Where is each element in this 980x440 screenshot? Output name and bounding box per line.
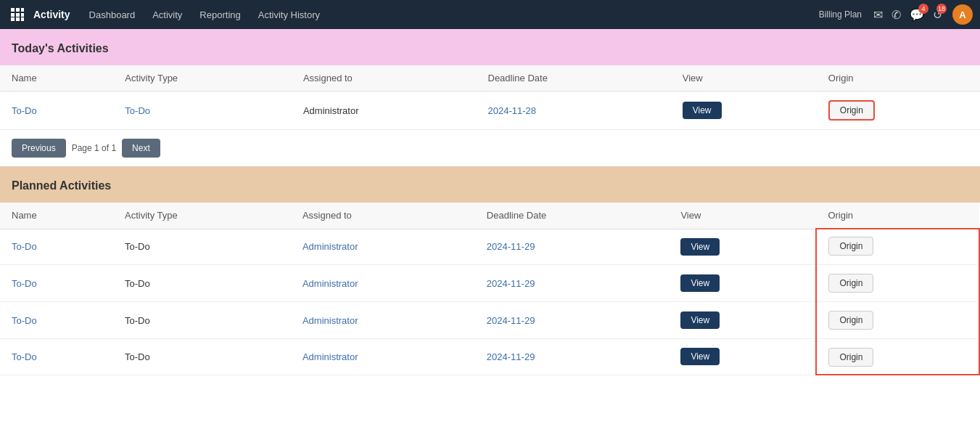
today-deadline-cell: 2024-11-28 (477, 91, 671, 130)
col-view-today: View (671, 65, 817, 91)
whatsapp-icon[interactable]: ✆ (892, 8, 901, 22)
planned-origin-cell: Origin (816, 339, 979, 375)
planned-section-header: Planned Activities (0, 166, 980, 203)
today-activity-type-cell: To-Do (113, 91, 292, 130)
today-name-cell: To-Do (0, 91, 113, 130)
origin-button-planned-0[interactable]: Origin (828, 237, 873, 256)
refresh-badge: 18 (936, 4, 947, 14)
avatar[interactable]: A (952, 4, 973, 25)
col-deadline-planned: Deadline Date (475, 203, 670, 229)
planned-name-cell: To-Do (0, 229, 113, 265)
previous-button[interactable]: Previous (12, 139, 66, 158)
svg-rect-8 (21, 17, 24, 21)
today-origin-cell: Origin (817, 91, 980, 130)
planned-assigned-cell: Administrator (291, 302, 475, 339)
view-button-planned-2[interactable]: View (680, 311, 720, 329)
col-origin-planned: Origin (816, 203, 979, 229)
planned-activity-type-cell: To-Do (113, 265, 291, 302)
planned-table-row: To-Do To-Do Administrator 2024-11-29 Vie… (0, 339, 979, 375)
planned-name-cell: To-Do (0, 265, 113, 302)
col-activity-type-planned: Activity Type (113, 203, 291, 229)
svg-rect-4 (16, 13, 20, 17)
email-icon[interactable]: ✉ (873, 8, 883, 22)
planned-deadline-cell: 2024-11-29 (475, 339, 670, 375)
origin-button-planned-1[interactable]: Origin (828, 274, 873, 293)
planned-table-row: To-Do To-Do Administrator 2024-11-29 Vie… (0, 265, 979, 302)
planned-table-row: To-Do To-Do Administrator 2024-11-29 Vie… (0, 302, 979, 339)
view-button-planned-0[interactable]: View (680, 238, 720, 256)
planned-activity-type-cell: To-Do (113, 302, 291, 339)
col-assigned-planned: Assigned to (291, 203, 475, 229)
planned-activity-type-cell: To-Do (113, 229, 291, 265)
planned-view-cell: View (669, 265, 816, 302)
next-button[interactable]: Next (122, 139, 160, 158)
planned-deadline-cell: 2024-11-29 (475, 265, 670, 302)
today-table-header-row: Name Activity Type Assigned to Deadline … (0, 65, 980, 91)
planned-assigned-cell: Administrator (291, 229, 475, 265)
nav-activity-history[interactable]: Activity History (251, 7, 327, 23)
col-assigned-today: Assigned to (292, 65, 477, 91)
svg-rect-0 (11, 8, 15, 12)
origin-button-planned-3[interactable]: Origin (828, 348, 873, 367)
nav-dashboard[interactable]: Dashboard (82, 7, 143, 23)
refresh-icon[interactable]: ↺ 18 (933, 8, 942, 22)
page-info: Page 1 of 1 (72, 143, 116, 153)
planned-assigned-cell: Administrator (291, 265, 475, 302)
planned-table-header-row: Name Activity Type Assigned to Deadline … (0, 203, 979, 229)
view-button-planned-3[interactable]: View (680, 348, 720, 365)
planned-view-cell: View (669, 339, 816, 375)
planned-activity-type-cell: To-Do (113, 339, 291, 375)
chat-badge: 4 (918, 4, 928, 14)
billing-plan-label[interactable]: Billing Plan (819, 9, 862, 20)
planned-name-cell: To-Do (0, 302, 113, 339)
planned-view-cell: View (669, 229, 816, 265)
svg-rect-3 (11, 13, 15, 17)
planned-name-cell: To-Do (0, 339, 113, 375)
planned-table: Name Activity Type Assigned to Deadline … (0, 203, 980, 375)
col-name-today: Name (0, 65, 113, 91)
col-name-planned: Name (0, 203, 113, 229)
view-button-today-0[interactable]: View (683, 102, 722, 119)
nav-activity[interactable]: Activity (145, 7, 189, 23)
app-title: Activity (33, 9, 70, 20)
planned-assigned-cell: Administrator (291, 339, 475, 375)
today-section-header: Today's Activities (0, 29, 980, 65)
today-view-cell: View (671, 91, 817, 130)
today-table: Name Activity Type Assigned to Deadline … (0, 65, 980, 130)
svg-rect-7 (16, 17, 20, 21)
planned-origin-cell: Origin (816, 265, 979, 302)
grid-menu-icon[interactable] (7, 4, 28, 25)
svg-rect-5 (21, 13, 24, 17)
view-button-planned-1[interactable]: View (680, 274, 720, 292)
col-deadline-today: Deadline Date (477, 65, 671, 91)
svg-rect-6 (11, 17, 15, 21)
nav-reporting[interactable]: Reporting (192, 7, 247, 23)
col-view-planned: View (669, 203, 816, 229)
planned-table-row: To-Do To-Do Administrator 2024-11-29 Vie… (0, 229, 979, 265)
origin-button-planned-2[interactable]: Origin (828, 311, 873, 330)
col-origin-today: Origin (817, 65, 980, 91)
chat-icon[interactable]: 💬 4 (910, 8, 924, 22)
planned-deadline-cell: 2024-11-29 (475, 229, 670, 265)
svg-rect-1 (16, 8, 20, 12)
planned-deadline-cell: 2024-11-29 (475, 302, 670, 339)
top-navigation: Activity Dashboard Activity Reporting Ac… (0, 0, 980, 29)
main-content: Today's Activities Name Activity Type As… (0, 29, 980, 375)
pagination: Previous Page 1 of 1 Next (0, 130, 980, 166)
origin-button-today-0[interactable]: Origin (828, 100, 875, 121)
today-table-row: To-Do To-Do Administrator 2024-11-28 Vie… (0, 91, 980, 130)
planned-view-cell: View (669, 302, 816, 339)
planned-origin-cell: Origin (816, 302, 979, 339)
planned-origin-cell: Origin (816, 229, 979, 265)
svg-rect-2 (21, 8, 24, 12)
col-activity-type-today: Activity Type (113, 65, 292, 91)
today-assigned-cell: Administrator (292, 91, 477, 130)
